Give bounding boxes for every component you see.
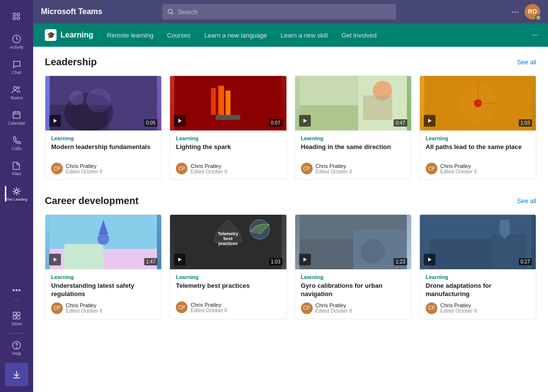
sidebar-item-help[interactable]: Help	[5, 336, 28, 360]
sidebar-item-teams[interactable]: Teams	[5, 81, 28, 104]
card-tag: Learning	[426, 274, 530, 280]
play-button[interactable]	[424, 115, 435, 127]
svg-marker-53	[178, 258, 182, 261]
nav-item-remote-learning[interactable]: Remote learning	[101, 23, 159, 47]
card-body: Learning Lighting the spark CP Chris Pra…	[170, 131, 286, 179]
nav-item-courses[interactable]: Courses	[161, 23, 196, 47]
card-title: Modern leadership fundamentals	[51, 143, 155, 159]
card-body: Learning Understanding latest safety reg…	[45, 269, 161, 319]
sidebar-item-calendar[interactable]: Calendar	[5, 106, 28, 130]
card-body: Learning All paths lead to the same plac…	[420, 131, 536, 179]
sidebar-item-files[interactable]: Files	[5, 157, 28, 180]
card-thumbnail: 0:07	[170, 76, 286, 131]
search-input[interactable]	[178, 8, 391, 16]
career-title: Career development	[45, 195, 138, 206]
svg-rect-0	[13, 13, 16, 16]
svg-rect-11	[13, 312, 16, 315]
card-0-3[interactable]: 1:03 Learning All paths lead to the same…	[419, 75, 536, 180]
learning-icon: 🎓	[45, 29, 57, 41]
svg-point-8	[13, 290, 15, 291]
card-author: CP Chris Pratley Edited October 8	[51, 302, 155, 314]
content-area: Leadership See all 0:05 Learning Modern …	[33, 47, 548, 392]
author-name: Chris Pratley	[316, 163, 352, 169]
author-avatar: CP	[51, 302, 63, 314]
svg-rect-3	[17, 17, 19, 19]
leadership-section: Leadership See all 0:05 Learning Modern …	[45, 56, 536, 180]
author-date: Edited October 8	[66, 308, 102, 314]
card-tag: Learning	[301, 274, 405, 280]
author-avatar: CP	[176, 301, 188, 313]
card-duration: 0:27	[519, 258, 532, 265]
card-1-1[interactable]: Telemetrybestpractices 1:03 Learning Tel…	[170, 214, 286, 319]
nav-item-learn-new-skill[interactable]: Learn a new skill	[275, 23, 334, 47]
play-button[interactable]	[49, 115, 61, 127]
author-info: Chris Pratley Edited October 8	[316, 302, 352, 314]
play-button[interactable]	[299, 254, 311, 265]
sidebar-more-button[interactable]: ...	[5, 281, 28, 305]
card-duration: 0:47	[394, 119, 407, 127]
topbar-more-button[interactable]: ···	[510, 5, 521, 19]
leadership-cards-grid: 0:05 Learning Modern leadership fundamen…	[45, 75, 536, 180]
author-name: Chris Pratley	[440, 163, 477, 169]
card-tag: Learning	[426, 135, 530, 141]
user-avatar-container[interactable]: RO	[525, 4, 540, 19]
play-button[interactable]	[299, 115, 311, 127]
card-1-0[interactable]: 1:47 Learning Understanding latest safet…	[45, 214, 162, 319]
svg-marker-63	[428, 258, 432, 261]
card-body: Learning Telemetry best practices CP Chr…	[170, 269, 286, 318]
sidebar: Activity Chat Teams Calendar Calls Files…	[0, 0, 33, 392]
svg-text:Telemetry: Telemetry	[218, 231, 238, 236]
svg-marker-40	[428, 119, 432, 123]
download-button[interactable]	[5, 363, 28, 386]
card-0-0[interactable]: 0:05 Learning Modern leadership fundamen…	[45, 75, 162, 180]
card-0-1[interactable]: 0:07 Learning Lighting the spark CP Chri…	[170, 75, 286, 180]
card-thumbnail: Telemetrybestpractices 1:03	[170, 215, 286, 269]
author-name: Chris Pratley	[66, 163, 102, 169]
nav-item-get-involved[interactable]: Get involved	[336, 23, 382, 47]
svg-rect-61	[429, 239, 492, 269]
svg-marker-34	[303, 119, 307, 123]
leadership-title: Leadership	[45, 56, 97, 68]
main-area: Microsoft Teams ··· RO 🎓 Learning Remote…	[33, 0, 548, 392]
sidebar-item-store[interactable]: Store	[5, 307, 28, 330]
author-avatar: CP	[426, 163, 437, 174]
card-author: CP Chris Pratley Edited October 8	[176, 301, 280, 313]
play-button[interactable]	[174, 254, 186, 265]
app-title: Microsoft Teams	[41, 7, 102, 16]
career-cards-grid: 1:47 Learning Understanding latest safet…	[45, 214, 536, 319]
navbar-more-button[interactable]: ···	[528, 29, 542, 41]
card-title: Lighting the spark	[176, 143, 280, 159]
card-title: Drone adaptations for manufacturing	[426, 282, 530, 299]
nav-item-learn-new-language[interactable]: Learn a new language	[198, 23, 273, 47]
svg-text:best: best	[224, 236, 233, 241]
svg-point-7	[15, 190, 18, 193]
card-duration: 1:03	[519, 119, 532, 127]
sidebar-apps-grid[interactable]	[5, 5, 28, 28]
sidebar-item-calls[interactable]: Calls	[5, 131, 28, 155]
card-1-3[interactable]: 0:27 Learning Drone adaptations for manu…	[419, 214, 536, 319]
play-button[interactable]	[424, 254, 435, 265]
author-name: Chris Pratley	[316, 302, 352, 308]
svg-point-16	[17, 348, 17, 348]
author-date: Edited October 8	[190, 169, 227, 174]
play-button[interactable]	[174, 115, 186, 127]
play-button[interactable]	[49, 254, 61, 265]
author-date: Edited October 8	[316, 169, 352, 174]
leadership-see-all[interactable]: See all	[517, 58, 536, 66]
svg-rect-2	[17, 13, 19, 16]
career-see-all[interactable]: See all	[517, 197, 536, 205]
search-box[interactable]	[162, 4, 396, 19]
card-tag: Learning	[176, 274, 280, 280]
card-tag: Learning	[301, 135, 405, 141]
card-1-2[interactable]: 1:23 Learning Gyro calibrations for urba…	[295, 214, 412, 319]
card-0-2[interactable]: 0:47 Learning Heading in the same direct…	[295, 75, 412, 180]
card-thumbnail: 1:47	[45, 215, 161, 269]
sidebar-item-landing[interactable]: The Landing	[5, 182, 28, 205]
sidebar-item-chat[interactable]: Chat	[5, 56, 28, 79]
card-body: Learning Modern leadership fundamentals …	[45, 131, 161, 179]
sidebar-item-activity[interactable]: Activity	[5, 30, 28, 54]
card-thumbnail: 0:05	[45, 76, 161, 131]
author-name: Chris Pratley	[66, 302, 102, 308]
presence-badge	[535, 15, 541, 20]
card-thumbnail: 1:23	[295, 215, 411, 269]
